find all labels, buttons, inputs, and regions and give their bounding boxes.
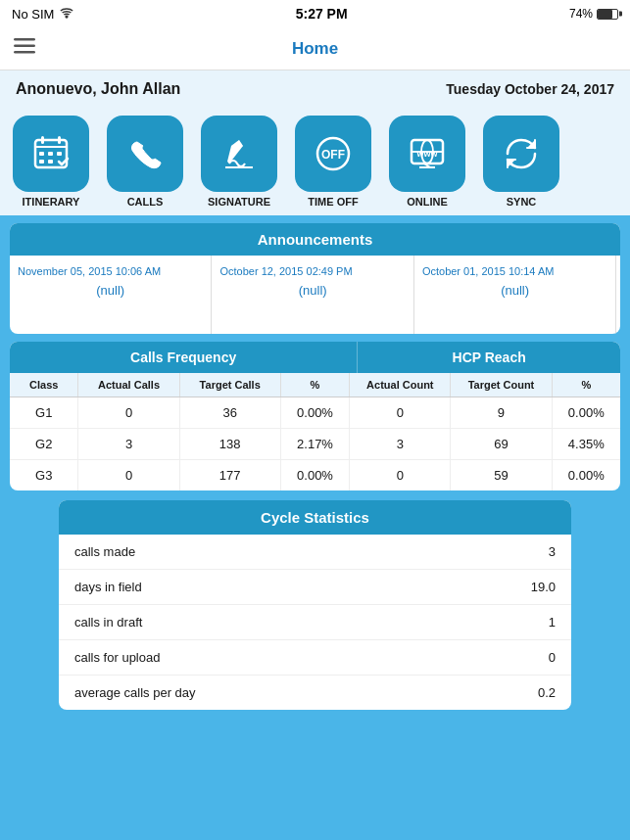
- ann-text-1: (null): [219, 283, 405, 298]
- col-class: Class: [10, 373, 78, 397]
- announcement-item-1: October 12, 2015 02:49 PM (null): [212, 256, 413, 334]
- signature-label: SIGNATURE: [208, 196, 270, 208]
- cell-pct1-0: 0.00%: [281, 397, 350, 428]
- cycle-label-3: calls for upload: [74, 650, 160, 665]
- cell-pct1-1: 2.17%: [281, 429, 350, 459]
- cell-ac-2: 0: [78, 460, 179, 490]
- col-actual-count: Actual Count: [350, 373, 451, 397]
- svg-rect-3: [14, 51, 35, 54]
- online-icon-box: www: [389, 116, 465, 192]
- cycle-value-3: 0: [549, 650, 556, 665]
- table-row-2: G3 0 177 0.00% 0 59 0.00%: [10, 460, 620, 490]
- calls-hcp-table: Calls Frequency HCP Reach Class Actual C…: [10, 342, 620, 490]
- cell-pct1-2: 0.00%: [281, 460, 350, 490]
- cell-ac-0: 0: [78, 397, 179, 428]
- cycle-value-2: 1: [549, 615, 556, 630]
- page-title: Home: [292, 39, 338, 59]
- cell-class-2: G3: [10, 460, 78, 490]
- announcement-item-2: October 01, 2015 10:14 AM (null): [414, 256, 616, 334]
- ann-text-0: (null): [18, 283, 203, 298]
- svg-rect-7: [58, 136, 61, 144]
- announcements-section: Announcements November 05, 2015 10:06 AM…: [10, 223, 620, 334]
- svg-text:www: www: [415, 149, 438, 159]
- svg-rect-5: [35, 146, 67, 148]
- svg-rect-9: [48, 152, 53, 156]
- cell-aco-1: 3: [350, 429, 451, 459]
- cell-tc-0: 36: [180, 397, 281, 428]
- battery-icon: [597, 9, 618, 20]
- announcement-item-3: Septe...: [616, 256, 620, 334]
- announcement-item-0: November 05, 2015 10:06 AM (null): [10, 256, 212, 334]
- col-headers-row: Class Actual Calls Target Calls % Actual…: [10, 373, 620, 397]
- cycle-row-2: calls in draft 1: [59, 605, 571, 640]
- cycle-value-4: 0.2: [538, 685, 556, 700]
- online-label: ONLINE: [407, 196, 448, 208]
- cycle-label-1: days in field: [74, 580, 142, 594]
- icon-item-sync[interactable]: SYNC: [478, 116, 564, 208]
- signal-label: No SIM: [12, 7, 54, 22]
- icon-item-timeoff[interactable]: OFF TIME OFF: [290, 116, 376, 208]
- nav-bar: Home: [0, 27, 630, 70]
- icon-grid: ITINERARY CALLS SIGNATURE OFF TIM: [0, 108, 630, 215]
- cell-aco-0: 0: [350, 397, 451, 428]
- battery-pct: 74%: [569, 7, 593, 21]
- cycle-row-0: calls made 3: [59, 535, 571, 570]
- cycle-value-0: 3: [549, 544, 556, 559]
- col-pct1: %: [281, 373, 350, 397]
- icon-item-signature[interactable]: SIGNATURE: [196, 116, 282, 208]
- cell-class-1: G2: [10, 429, 78, 459]
- cycle-value-1: 19.0: [531, 580, 556, 594]
- svg-rect-11: [39, 160, 44, 163]
- cycle-label-4: average calls per day: [74, 685, 196, 700]
- signature-icon-box: [201, 116, 277, 192]
- svg-rect-6: [41, 136, 44, 144]
- ann-date-1: October 12, 2015 02:49 PM: [219, 265, 405, 277]
- cell-pct2-0: 0.00%: [553, 397, 620, 428]
- user-name: Anonuevo, John Allan: [16, 80, 180, 98]
- cell-tco-2: 59: [451, 460, 552, 490]
- col-target-calls: Target Calls: [180, 373, 281, 397]
- itinerary-label: ITINERARY: [23, 196, 80, 208]
- svg-point-0: [66, 16, 68, 18]
- hcp-reach-header: HCP Reach: [358, 342, 620, 373]
- status-bar: No SIM 5:27 PM 74%: [0, 0, 630, 27]
- ann-text-2: (null): [422, 283, 607, 298]
- timeoff-label: TIME OFF: [308, 196, 358, 208]
- time-label: 5:27 PM: [296, 6, 348, 22]
- cycle-row-1: days in field 19.0: [59, 570, 571, 605]
- svg-rect-12: [48, 160, 53, 163]
- table-row-0: G1 0 36 0.00% 0 9 0.00%: [10, 397, 620, 429]
- timeoff-icon-box: OFF: [295, 116, 371, 192]
- combined-header-row: Calls Frequency HCP Reach: [10, 342, 620, 373]
- col-actual-calls: Actual Calls: [78, 373, 179, 397]
- cell-aco-2: 0: [350, 460, 451, 490]
- user-header: Anonuevo, John Allan Tuesday October 24,…: [0, 70, 630, 108]
- cell-tco-0: 9: [451, 397, 552, 428]
- cycle-label-2: calls in draft: [74, 615, 142, 630]
- icon-item-itinerary[interactable]: ITINERARY: [8, 116, 94, 208]
- table-row-1: G2 3 138 2.17% 3 69 4.35%: [10, 429, 620, 460]
- cycle-label-0: calls made: [74, 544, 135, 559]
- hamburger-menu-button[interactable]: [14, 38, 35, 59]
- wifi-icon: [60, 6, 73, 23]
- calls-freq-header: Calls Frequency: [10, 342, 358, 373]
- cycle-stats-section: Cycle Statistics calls made 3 days in fi…: [59, 500, 571, 710]
- ann-date-2: October 01, 2015 10:14 AM: [422, 265, 607, 277]
- cycle-row-4: average calls per day 0.2: [59, 676, 571, 710]
- svg-rect-2: [14, 45, 35, 48]
- itinerary-icon-box: [13, 116, 89, 192]
- sync-label: SYNC: [507, 196, 537, 208]
- svg-text:OFF: OFF: [321, 148, 345, 162]
- col-pct2: %: [553, 373, 620, 397]
- cell-pct2-1: 4.35%: [553, 429, 620, 459]
- cell-tc-1: 138: [180, 429, 281, 459]
- icon-item-calls[interactable]: CALLS: [102, 116, 188, 208]
- cell-tco-1: 69: [451, 429, 552, 459]
- cell-ac-1: 3: [78, 429, 179, 459]
- col-target-count: Target Count: [451, 373, 552, 397]
- svg-rect-8: [39, 152, 44, 156]
- cell-class-0: G1: [10, 397, 78, 428]
- cycle-row-3: calls for upload 0: [59, 640, 571, 676]
- calls-label: CALLS: [127, 196, 164, 208]
- icon-item-online[interactable]: www ONLINE: [384, 116, 470, 208]
